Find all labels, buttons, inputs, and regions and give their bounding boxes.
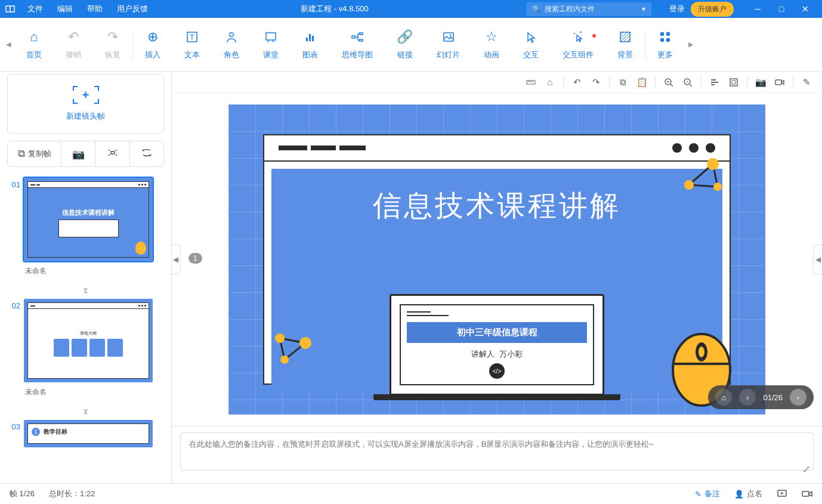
chart-icon	[304, 29, 317, 45]
screenshot-button[interactable]: 📷	[752, 74, 769, 91]
slides-list: 01 信息技术课程讲解	[7, 177, 164, 449]
nav-next-button[interactable]: ›	[790, 389, 806, 406]
toolbar-background[interactable]: 背景	[605, 29, 645, 60]
toolbar-redo[interactable]: ↷恢复	[93, 29, 132, 60]
main-area: + 新建镜头帧 ⧉复制帧 📷 01	[0, 72, 822, 483]
toolbar-interaction[interactable]: 交互	[511, 29, 551, 60]
svg-point-22	[142, 149, 144, 151]
app-logo-icon	[5, 4, 16, 14]
svg-line-29	[670, 84, 673, 86]
slide-navigation: ⌂ ‹ 01/26 ›	[708, 385, 814, 409]
svg-rect-19	[660, 38, 664, 42]
crop-button[interactable]	[95, 141, 129, 166]
toolbar-classroom[interactable]: 课堂	[251, 29, 291, 60]
svg-rect-11	[352, 36, 355, 38]
slide-item: 01 信息技术课程讲解	[7, 177, 164, 280]
edit-button[interactable]: ✎	[798, 74, 815, 91]
fit-button[interactable]	[725, 74, 742, 91]
expand-notes-button[interactable]: ⤢	[802, 463, 810, 475]
menu-edit[interactable]: 编辑	[50, 4, 80, 14]
record-button[interactable]	[771, 74, 788, 91]
toolbar-slideshow[interactable]: 幻灯片	[425, 29, 472, 60]
slide-thumbnail[interactable]: 1 教学目标	[23, 419, 154, 449]
svg-rect-39	[732, 81, 736, 84]
toolbar-mindmap[interactable]: 思维导图	[330, 29, 385, 60]
thumb-heading: 课程大纲	[80, 330, 97, 336]
record-button[interactable]	[802, 488, 812, 499]
nav-home-button[interactable]: ⌂	[715, 389, 732, 406]
slide-thumbnail[interactable]: 课程大纲	[23, 298, 154, 384]
canvas-toolbar: ⌂ ↶ ↷ ⧉ 📋 📷 ✎	[172, 72, 822, 93]
slide-number: 02	[7, 298, 20, 310]
svg-rect-13	[360, 39, 363, 41]
slide-thumbnail[interactable]: 信息技术课程讲解	[23, 177, 154, 262]
notes-toggle-button[interactable]: ✎备注	[695, 488, 720, 499]
copy-button[interactable]: ⧉	[614, 74, 631, 91]
new-frame-button[interactable]: + 新建镜头帧	[7, 74, 164, 134]
login-link[interactable]: 登录	[663, 4, 691, 14]
zoom-in-button[interactable]	[660, 74, 677, 91]
window-title: 新建工程 - v4.8.500	[301, 4, 368, 14]
rollcall-button[interactable]: 👤点名	[734, 488, 762, 499]
notes-input[interactable]	[180, 432, 814, 471]
frame-badge: 1	[188, 253, 202, 264]
transition-icon[interactable]: ⧗	[7, 404, 164, 419]
svg-point-15	[449, 34, 451, 36]
nav-prev-button[interactable]: ‹	[739, 389, 756, 406]
toolbar-text[interactable]: T文本	[172, 29, 212, 60]
align-button[interactable]	[706, 74, 723, 91]
browser-window-graphic: 信息技术课程讲解 初中三年级信息课程 讲解人 万小彩	[263, 134, 731, 385]
star-icon: ☆	[486, 29, 497, 45]
duration-display: 总时长：1:22	[49, 488, 95, 499]
toolbar-character[interactable]: 角色	[212, 29, 251, 60]
window-maximize-button[interactable]: □	[770, 0, 793, 18]
undo-button[interactable]: ↶	[568, 74, 585, 91]
redo-button[interactable]: ↷	[588, 74, 604, 91]
toolbar-undo[interactable]: ↶撤销	[54, 29, 93, 60]
path-button[interactable]	[129, 141, 163, 166]
reset-view-button[interactable]: ⌂	[542, 74, 558, 91]
person-icon: 👤	[734, 490, 744, 499]
canvas-area: ⌂ ↶ ↷ ⧉ 📋 📷 ✎ ◀ ◀ 1	[172, 72, 822, 483]
toolbar-scroll-left[interactable]: ◀	[2, 21, 14, 69]
notes-icon: ✎	[695, 490, 702, 499]
main-slide[interactable]: 信息技术课程讲解 初中三年级信息课程 讲解人 万小彩	[228, 104, 765, 415]
menu-file[interactable]: 文件	[20, 4, 50, 14]
toolbar-interactive-widget[interactable]: 交互组件	[551, 29, 605, 60]
search-box[interactable]: 🔍 搜索工程内文件 ▾	[526, 2, 651, 16]
copy-frame-button[interactable]: ⧉复制帧	[8, 141, 61, 166]
toolbar-more[interactable]: 更多	[645, 29, 685, 60]
svg-point-56	[699, 347, 704, 357]
copy-icon: ⧉	[18, 148, 25, 160]
window-minimize-button[interactable]: ─	[746, 0, 770, 18]
home-icon: ⌂	[30, 29, 38, 45]
svg-point-44	[684, 180, 694, 190]
upgrade-button[interactable]: 升级账户	[691, 2, 734, 17]
canvas-viewport[interactable]: ◀ ◀ 1 信息技术课程讲解	[172, 93, 822, 426]
window-close-button[interactable]: ✕	[793, 0, 817, 18]
camera-button[interactable]: 📷	[61, 141, 95, 166]
present-button[interactable]	[777, 488, 787, 499]
code-badge-icon: </>	[489, 363, 505, 379]
collapse-left-panel[interactable]: ◀	[172, 245, 181, 274]
svg-point-50	[275, 333, 285, 343]
toolbar-animation[interactable]: ☆动画	[472, 29, 511, 60]
collapse-right-panel[interactable]: ◀	[813, 245, 822, 274]
slide-item: 02 课程大纲	[7, 298, 164, 401]
toolbar-home[interactable]: ⌂首页	[14, 29, 54, 60]
toolbar-scroll-right[interactable]: ▶	[685, 21, 697, 69]
slide-title: 未命名	[23, 384, 164, 401]
paste-button[interactable]: 📋	[634, 74, 650, 91]
toolbar-link[interactable]: 🔗链接	[385, 29, 425, 60]
menu-feedback[interactable]: 用户反馈	[110, 4, 155, 14]
search-placeholder: 搜索工程内文件	[545, 4, 595, 14]
toolbar-chart[interactable]: 图表	[291, 29, 330, 60]
menu-help[interactable]: 帮助	[80, 4, 110, 14]
slides-panel: + 新建镜头帧 ⧉复制帧 📷 01	[0, 72, 172, 483]
ruler-button[interactable]	[523, 74, 539, 91]
toolbar-insert[interactable]: ⊕插入	[133, 29, 172, 60]
zoom-out-button[interactable]	[679, 74, 696, 91]
slide-item: 03 1 教学目标	[7, 419, 164, 449]
transition-icon[interactable]: ⧗	[7, 283, 164, 298]
svg-rect-9	[309, 34, 311, 41]
